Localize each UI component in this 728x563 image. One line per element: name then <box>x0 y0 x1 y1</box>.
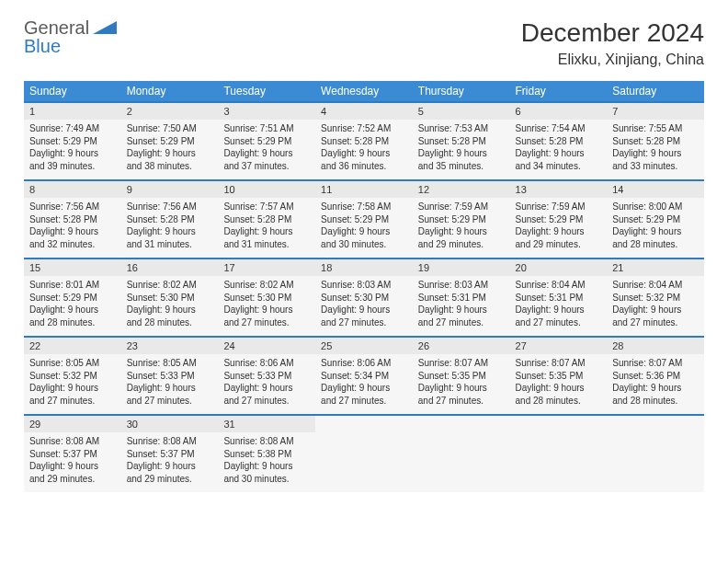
sunrise-text: Sunrise: 7:54 AM <box>516 122 602 135</box>
sunset-text: Sunset: 5:31 PM <box>516 292 602 304</box>
content-row: Sunrise: 7:56 AMSunset: 5:28 PMDaylight:… <box>24 198 704 259</box>
daylight-text-1: Daylight: 9 hours <box>418 382 505 395</box>
daylight-text-1: Daylight: 9 hours <box>29 460 116 473</box>
daylight-text-2: and 35 minutes. <box>418 160 505 173</box>
daylight-text-2: and 27 minutes. <box>418 316 505 329</box>
daylight-text-1: Daylight: 9 hours <box>418 304 505 316</box>
daylight-text-1: Daylight: 9 hours <box>29 225 116 238</box>
date-row: 293031 <box>24 415 704 432</box>
day-cell: Sunrise: 7:55 AMSunset: 5:28 PMDaylight:… <box>607 120 704 180</box>
daylight-text-2: and 27 minutes. <box>127 395 213 408</box>
daylight-text-1: Daylight: 9 hours <box>127 382 213 395</box>
daylight-text-2: and 38 minutes. <box>127 160 213 173</box>
content-row: Sunrise: 8:01 AMSunset: 5:29 PMDaylight:… <box>24 276 704 337</box>
logo-text-general: General <box>24 17 89 38</box>
date-cell: 2 <box>121 102 219 120</box>
calendar-table: Sunday Monday Tuesday Wednesday Thursday… <box>24 81 704 492</box>
dow-tuesday: Tuesday <box>218 81 315 102</box>
daylight-text-2: and 31 minutes. <box>127 238 213 251</box>
daylight-text-2: and 30 minutes. <box>321 238 407 251</box>
day-cell: Sunrise: 7:54 AMSunset: 5:28 PMDaylight:… <box>510 120 608 180</box>
sunrise-text: Sunrise: 7:49 AM <box>29 122 116 135</box>
day-cell: Sunrise: 8:04 AMSunset: 5:32 PMDaylight:… <box>607 276 704 337</box>
daylight-text-2: and 27 minutes. <box>321 316 407 329</box>
date-cell: 24 <box>218 337 315 354</box>
daylight-text-2: and 29 minutes. <box>29 473 116 486</box>
sunrise-text: Sunrise: 7:56 AM <box>29 201 116 213</box>
daylight-text-2: and 27 minutes. <box>418 395 505 408</box>
sunrise-text: Sunrise: 8:02 AM <box>223 279 310 292</box>
sunset-text: Sunset: 5:30 PM <box>127 292 213 304</box>
daylight-text-1: Daylight: 9 hours <box>321 225 407 238</box>
sunset-text: Sunset: 5:37 PM <box>29 448 116 461</box>
day-cell: Sunrise: 8:07 AMSunset: 5:35 PMDaylight:… <box>413 354 510 415</box>
sunset-text: Sunset: 5:29 PM <box>321 213 407 226</box>
sunrise-text: Sunrise: 8:06 AM <box>321 357 407 370</box>
day-cell <box>510 432 608 492</box>
date-cell: 25 <box>315 337 413 354</box>
date-cell: 3 <box>218 102 315 120</box>
sunrise-text: Sunrise: 7:51 AM <box>223 122 310 135</box>
day-cell: Sunrise: 8:03 AMSunset: 5:30 PMDaylight:… <box>315 276 413 337</box>
sunset-text: Sunset: 5:38 PM <box>223 448 310 461</box>
daylight-text-1: Daylight: 9 hours <box>612 382 699 395</box>
dow-friday: Friday <box>510 81 608 102</box>
date-cell <box>607 415 704 432</box>
date-cell: 23 <box>121 337 219 354</box>
day-cell: Sunrise: 8:06 AMSunset: 5:33 PMDaylight:… <box>218 354 315 415</box>
dow-saturday: Saturday <box>607 81 704 102</box>
date-cell: 18 <box>315 259 413 276</box>
day-cell: Sunrise: 7:49 AMSunset: 5:29 PMDaylight:… <box>24 120 121 180</box>
date-cell: 22 <box>24 337 121 354</box>
sunrise-text: Sunrise: 8:04 AM <box>516 279 602 292</box>
daylight-text-1: Daylight: 9 hours <box>127 225 213 238</box>
daylight-text-1: Daylight: 9 hours <box>223 304 310 316</box>
date-cell: 6 <box>510 102 608 120</box>
sunrise-text: Sunrise: 8:08 AM <box>223 435 310 448</box>
daylight-text-1: Daylight: 9 hours <box>612 147 699 160</box>
sunrise-text: Sunrise: 8:08 AM <box>127 435 213 448</box>
daylight-text-2: and 36 minutes. <box>321 160 407 173</box>
sunrise-text: Sunrise: 8:05 AM <box>29 357 116 370</box>
sunset-text: Sunset: 5:28 PM <box>29 213 116 226</box>
date-cell: 16 <box>121 259 219 276</box>
day-cell: Sunrise: 8:02 AMSunset: 5:30 PMDaylight:… <box>121 276 219 337</box>
sunrise-text: Sunrise: 8:03 AM <box>418 279 505 292</box>
sunrise-text: Sunrise: 8:07 AM <box>516 357 602 370</box>
day-cell: Sunrise: 7:53 AMSunset: 5:28 PMDaylight:… <box>413 120 510 180</box>
daylight-text-2: and 29 minutes. <box>516 238 602 251</box>
date-row: 1234567 <box>24 102 704 120</box>
daylight-text-1: Daylight: 9 hours <box>516 147 602 160</box>
daylight-text-2: and 29 minutes. <box>127 473 213 486</box>
daylight-text-1: Daylight: 9 hours <box>516 304 602 316</box>
sunrise-text: Sunrise: 8:02 AM <box>127 279 213 292</box>
dow-wednesday: Wednesday <box>315 81 413 102</box>
day-cell: Sunrise: 8:05 AMSunset: 5:33 PMDaylight:… <box>121 354 219 415</box>
date-cell: 8 <box>24 180 121 198</box>
date-cell: 26 <box>413 337 510 354</box>
day-cell: Sunrise: 8:08 AMSunset: 5:38 PMDaylight:… <box>218 432 315 492</box>
sunrise-text: Sunrise: 8:04 AM <box>612 279 699 292</box>
date-cell: 12 <box>413 180 510 198</box>
day-cell: Sunrise: 8:06 AMSunset: 5:34 PMDaylight:… <box>315 354 413 415</box>
sunrise-text: Sunrise: 7:59 AM <box>418 201 505 213</box>
sunset-text: Sunset: 5:32 PM <box>29 370 116 383</box>
daylight-text-1: Daylight: 9 hours <box>29 304 116 316</box>
daylight-text-1: Daylight: 9 hours <box>321 382 407 395</box>
day-cell <box>607 432 704 492</box>
daylight-text-2: and 27 minutes. <box>612 316 699 329</box>
daylight-text-2: and 27 minutes. <box>223 316 310 329</box>
date-cell: 19 <box>413 259 510 276</box>
daylight-text-1: Daylight: 9 hours <box>418 147 505 160</box>
date-cell: 30 <box>121 415 219 432</box>
daylight-text-1: Daylight: 9 hours <box>127 304 213 316</box>
daylight-text-1: Daylight: 9 hours <box>29 147 116 160</box>
date-cell: 27 <box>510 337 608 354</box>
sunset-text: Sunset: 5:29 PM <box>223 135 310 148</box>
daylight-text-1: Daylight: 9 hours <box>321 147 407 160</box>
day-cell: Sunrise: 7:59 AMSunset: 5:29 PMDaylight:… <box>510 198 608 259</box>
day-cell: Sunrise: 8:07 AMSunset: 5:35 PMDaylight:… <box>510 354 608 415</box>
date-cell: 9 <box>121 180 219 198</box>
header: General Blue December 2024 Elixku, Xinji… <box>24 18 704 68</box>
daylight-text-1: Daylight: 9 hours <box>612 304 699 316</box>
